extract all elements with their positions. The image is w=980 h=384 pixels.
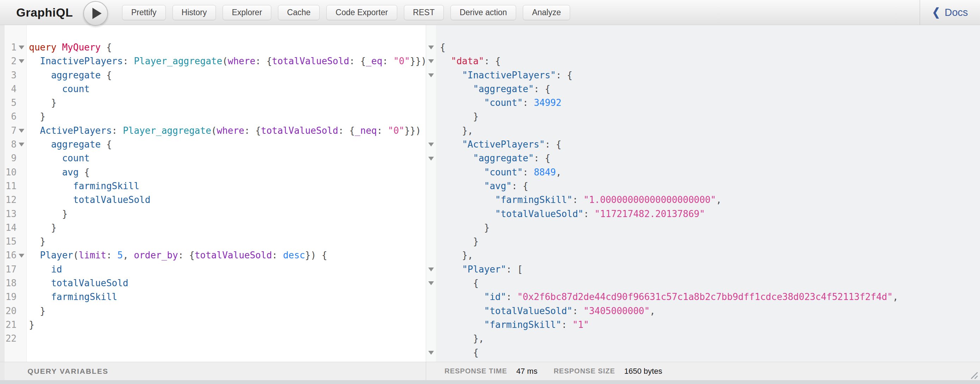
editor-code-line[interactable]: avg { bbox=[29, 166, 426, 179]
gutter-row: 1 bbox=[0, 41, 27, 54]
response-code-line: "totalValueSold": "3405000000", bbox=[440, 304, 980, 318]
response-code-line: "farmingSkill": "1.00000000000000000000"… bbox=[440, 193, 980, 207]
window-bottom-edge bbox=[0, 380, 980, 384]
response-json: { "data": { "InactivePlayers": { "aggreg… bbox=[436, 25, 980, 362]
response-code-line: { bbox=[440, 346, 980, 360]
response-gutter-row bbox=[426, 96, 436, 110]
editor-code-line[interactable]: id bbox=[29, 263, 426, 276]
fold-toggle-icon[interactable] bbox=[19, 129, 24, 133]
app-logo: GraphiQL bbox=[16, 0, 73, 25]
line-number: 8 bbox=[0, 138, 17, 151]
gutter-row: 13 bbox=[0, 207, 27, 221]
line-number: 12 bbox=[0, 193, 17, 207]
line-number: 14 bbox=[0, 221, 17, 235]
toolbar-button-derive-action[interactable]: Derive action bbox=[450, 5, 516, 20]
gutter-row: 5 bbox=[0, 96, 27, 110]
toolbar-button-rest[interactable]: REST bbox=[404, 5, 444, 20]
toolbar-button-explorer[interactable]: Explorer bbox=[223, 5, 271, 20]
response-code-line: } bbox=[440, 221, 980, 235]
editor-code-line[interactable]: InactivePlayers: Player_aggregate(where:… bbox=[29, 54, 426, 68]
line-number: 4 bbox=[0, 82, 17, 96]
response-code-line: } bbox=[440, 110, 980, 124]
editor-code-line[interactable]: query MyQuery { bbox=[29, 41, 426, 54]
fold-toggle-icon[interactable] bbox=[428, 351, 434, 355]
query-editor-pane[interactable]: 12345678910111213141516171819202122 quer… bbox=[0, 25, 426, 362]
response-gutter-row bbox=[426, 263, 436, 276]
fold-toggle-icon[interactable] bbox=[428, 281, 434, 285]
gutter-row: 8 bbox=[0, 138, 27, 151]
response-size-value: 1650 bytes bbox=[624, 367, 662, 376]
editor-code-line[interactable]: totalValueSold bbox=[29, 276, 426, 290]
line-number: 19 bbox=[0, 290, 17, 304]
fold-toggle-icon[interactable] bbox=[19, 46, 24, 49]
response-gutter-row bbox=[426, 166, 436, 179]
response-code-line: "id": "0x2f6bc87d2de44cd90f96631c57c1a8b… bbox=[440, 290, 980, 304]
gutter-row: 19 bbox=[0, 290, 27, 304]
docs-toggle[interactable]: ❮ Docs bbox=[920, 0, 980, 25]
editor-code-line[interactable] bbox=[29, 332, 426, 346]
editor-code-line[interactable]: Player(limit: 5, order_by: {totalValueSo… bbox=[29, 249, 426, 262]
toolbar-button-prettify[interactable]: Prettify bbox=[122, 5, 166, 20]
graphiql-app: { "toolbar": { "logo": "GraphiQL", "butt… bbox=[0, 0, 980, 384]
execute-query-button[interactable] bbox=[83, 1, 108, 26]
gutter-row: 14 bbox=[0, 221, 27, 235]
response-gutter-row bbox=[426, 82, 436, 96]
response-code-line: } bbox=[440, 235, 980, 249]
response-gutter-row bbox=[426, 193, 436, 207]
play-icon bbox=[92, 8, 102, 19]
gutter-row: 21 bbox=[0, 318, 27, 332]
line-number: 10 bbox=[0, 166, 17, 179]
response-code-line: }, bbox=[440, 249, 980, 262]
fold-toggle-icon[interactable] bbox=[19, 254, 24, 258]
fold-toggle-icon[interactable] bbox=[428, 59, 434, 63]
editor-code-line[interactable]: ActivePlayers: Player_aggregate(where: {… bbox=[29, 124, 426, 138]
response-time-label: RESPONSE TIME bbox=[444, 367, 507, 375]
response-gutter-row bbox=[426, 138, 436, 151]
line-number: 20 bbox=[0, 304, 17, 318]
response-code-line: "farmingSkill": "1" bbox=[440, 318, 980, 332]
response-gutter-row bbox=[426, 124, 436, 138]
editor-code-line[interactable]: count bbox=[29, 151, 426, 165]
fold-toggle-icon[interactable] bbox=[428, 268, 434, 271]
query-editor-code[interactable]: query MyQuery { InactivePlayers: Player_… bbox=[27, 25, 426, 362]
fold-toggle-icon[interactable] bbox=[428, 46, 434, 49]
editor-code-line[interactable]: } bbox=[29, 207, 426, 221]
editor-code-line[interactable]: count bbox=[29, 82, 426, 96]
editor-code-line[interactable]: } bbox=[29, 235, 426, 249]
line-number: 16 bbox=[0, 249, 17, 262]
response-gutter-row bbox=[426, 221, 436, 235]
editor-code-line[interactable]: totalValueSold bbox=[29, 193, 426, 207]
query-variables-bar[interactable]: QUERY VARIABLES bbox=[0, 362, 426, 380]
toolbar-button-cache[interactable]: Cache bbox=[278, 5, 320, 20]
fold-gutter-cell bbox=[17, 46, 27, 49]
fold-toggle-icon[interactable] bbox=[428, 73, 434, 77]
response-gutter-row bbox=[426, 54, 436, 68]
response-code-line: "aggregate": { bbox=[440, 82, 980, 96]
fold-toggle-icon[interactable] bbox=[428, 143, 434, 147]
response-code-line: "ActivePlayers": { bbox=[440, 138, 980, 151]
resize-handle[interactable] bbox=[969, 371, 978, 380]
editor-code-line[interactable]: } bbox=[29, 96, 426, 110]
line-number: 17 bbox=[0, 263, 17, 276]
line-number: 22 bbox=[0, 332, 17, 346]
editor-code-line[interactable]: aggregate { bbox=[29, 138, 426, 151]
fold-toggle-icon[interactable] bbox=[19, 59, 24, 63]
editor-code-line[interactable]: } bbox=[29, 221, 426, 235]
response-code-line: "count": 34992 bbox=[440, 96, 980, 110]
response-gutter-row bbox=[426, 69, 436, 82]
editor-code-line[interactable]: aggregate { bbox=[29, 69, 426, 82]
gutter-row: 17 bbox=[0, 263, 27, 276]
editor-code-line[interactable]: farmingSkill bbox=[29, 179, 426, 193]
toolbar-button-analyze[interactable]: Analyze bbox=[523, 5, 570, 20]
line-number: 7 bbox=[0, 124, 17, 138]
gutter-row: 10 bbox=[0, 166, 27, 179]
fold-toggle-icon[interactable] bbox=[19, 143, 24, 147]
editor-code-line[interactable]: } bbox=[29, 318, 426, 332]
editor-code-line[interactable]: } bbox=[29, 304, 426, 318]
toolbar-button-code-exporter[interactable]: Code Exporter bbox=[326, 5, 397, 20]
fold-toggle-icon[interactable] bbox=[428, 157, 434, 161]
editor-code-line[interactable]: } bbox=[29, 110, 426, 124]
toolbar-button-history[interactable]: History bbox=[172, 5, 216, 20]
response-code-line: "InactivePlayers": { bbox=[440, 69, 980, 82]
editor-code-line[interactable]: farmingSkill bbox=[29, 290, 426, 304]
